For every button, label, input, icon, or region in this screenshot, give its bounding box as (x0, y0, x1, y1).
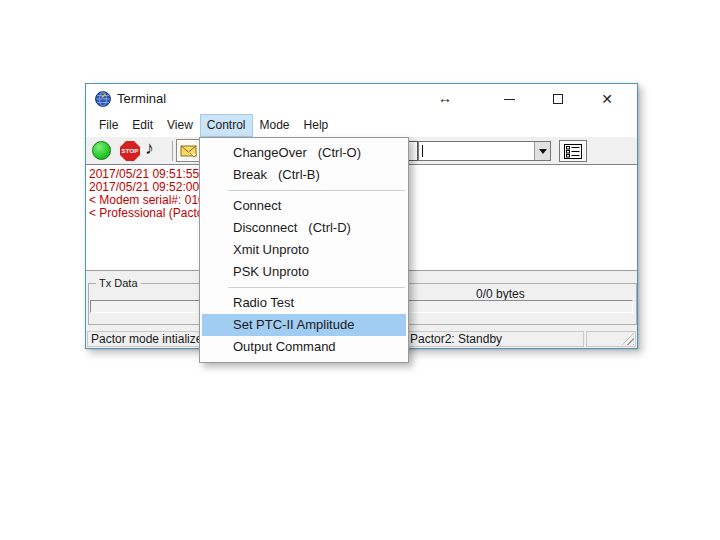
menuitem-psk-unproto[interactable]: PSK Unproto (200, 261, 408, 283)
menuitem-label: Connect (233, 198, 281, 213)
menuitem-label: ChangeOver (233, 145, 307, 160)
list-view-icon (564, 144, 582, 159)
maximize-icon (553, 94, 563, 104)
menuitem-label: Break (233, 167, 267, 182)
maximize-button[interactable] (543, 84, 573, 114)
menu-file[interactable]: File (92, 114, 125, 137)
tx-data-label: Tx Data (96, 277, 141, 289)
minimize-button[interactable] (494, 84, 524, 114)
resize-grip[interactable] (622, 333, 634, 345)
resize-arrows-icon: ↔ (438, 84, 452, 112)
menuitem-label: Output Command (233, 339, 336, 354)
stop-sign-icon: STOP (121, 148, 138, 154)
menuitem-changeover[interactable]: ChangeOver(Ctrl-O) (200, 142, 408, 164)
control-dropdown-menu: ChangeOver(Ctrl-O) Break(Ctrl-B) Connect… (199, 137, 409, 363)
chevron-down-icon (539, 149, 547, 154)
close-button[interactable]: ✕ (592, 84, 622, 114)
menuitem-label: PSK Unproto (233, 264, 309, 279)
text-caret (422, 145, 423, 157)
menuitem-output-command[interactable]: Output Command (200, 336, 408, 358)
menuitem-radio-test[interactable]: Radio Test (200, 292, 408, 314)
stop-button[interactable]: STOP (120, 141, 140, 161)
tx-bytes-label: 0/0 bytes (476, 287, 525, 301)
status-empty-panel (586, 331, 636, 347)
menu-control[interactable]: Control (200, 114, 253, 137)
status-mode: Pactor2: Standby (406, 331, 584, 347)
menuitem-connect[interactable]: Connect (200, 195, 408, 217)
menuitem-xmit-unproto[interactable]: Xmit Unproto (200, 239, 408, 261)
combobox-dropdown-button[interactable] (534, 142, 550, 160)
menuitem-disconnect[interactable]: Disconnect(Ctrl-D) (200, 217, 408, 239)
callsign-combobox[interactable] (418, 141, 551, 161)
menu-separator (228, 190, 405, 191)
minimize-icon (504, 99, 515, 100)
toolbar-separator (172, 141, 173, 161)
window-title: Terminal (117, 84, 166, 114)
menu-separator (228, 287, 405, 288)
menuitem-shortcut: (Ctrl-D) (308, 220, 351, 235)
menuitem-label: Xmit Unproto (233, 242, 309, 257)
menuitem-label: Set PTC-II Amplitude (233, 317, 354, 332)
menuitem-set-ptc-ii-amplitude[interactable]: Set PTC-II Amplitude (202, 314, 406, 336)
menuitem-label: Radio Test (233, 295, 294, 310)
list-view-button[interactable] (559, 140, 587, 162)
menu-mode[interactable]: Mode (253, 114, 297, 137)
menu-help[interactable]: Help (297, 114, 336, 137)
close-icon: ✕ (601, 92, 613, 106)
sound-button[interactable]: ♪ (145, 138, 154, 159)
menuitem-shortcut: (Ctrl-O) (318, 145, 361, 160)
start-button[interactable] (92, 141, 111, 160)
menubar: File Edit View Control Mode Help (86, 114, 637, 137)
menu-view[interactable]: View (160, 114, 200, 137)
menuitem-label: Disconnect (233, 220, 297, 235)
app-globe-icon (95, 91, 111, 107)
menuitem-break[interactable]: Break(Ctrl-B) (200, 164, 408, 186)
menuitem-shortcut: (Ctrl-B) (278, 167, 320, 182)
menu-edit[interactable]: Edit (125, 114, 160, 137)
mail-hand-icon (180, 144, 198, 158)
titlebar[interactable]: Terminal ↔ ✕ (86, 84, 637, 114)
music-note-icon: ♪ (145, 138, 154, 158)
